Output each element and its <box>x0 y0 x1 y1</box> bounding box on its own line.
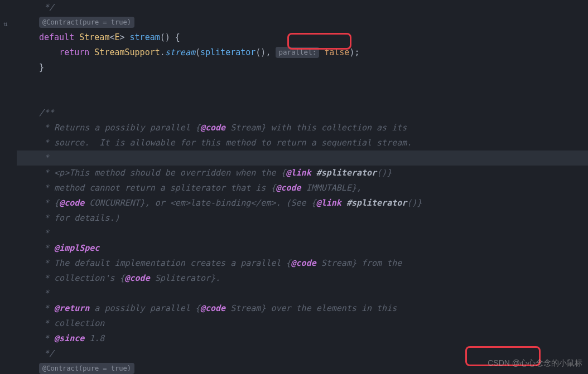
javadoc-line[interactable]: * @return a possibly parallel {@code Str… <box>17 301 588 316</box>
code-line[interactable]: @Contract(pure = true) <box>17 15 588 30</box>
code-line[interactable]: return StreamSupport.stream(spliterator(… <box>17 45 588 60</box>
code-line[interactable]: */ <box>17 0 588 15</box>
parameter-hint-badge: parallel: <box>276 47 319 58</box>
javadoc-line[interactable]: * {@code CONCURRENT}, or <em>late-bindin… <box>17 196 588 211</box>
editor-gutter: ⇅ <box>0 0 17 374</box>
code-line[interactable] <box>17 90 588 105</box>
code-line[interactable] <box>17 75 588 90</box>
contract-annotation-badge: @Contract(pure = true) <box>39 17 134 28</box>
javadoc-line[interactable]: * @since 1.8 <box>17 331 588 346</box>
javadoc-line[interactable]: * source. It is allowable for this metho… <box>17 135 588 150</box>
javadoc-line[interactable]: /** <box>17 105 588 120</box>
javadoc-line[interactable]: * The default implementation creates a p… <box>17 256 588 271</box>
javadoc-line[interactable]: * <box>17 226 588 241</box>
javadoc-line[interactable]: * collection's {@code Spliterator}. <box>17 271 588 286</box>
javadoc-line[interactable]: * <box>17 286 588 301</box>
javadoc-line[interactable]: * for details.) <box>17 211 588 226</box>
javadoc-line[interactable]: * <p>This method should be overridden wh… <box>17 166 588 181</box>
override-icon[interactable]: ⇅ <box>3 17 7 32</box>
javadoc-line[interactable]: * <box>17 150 588 166</box>
javadoc-line[interactable]: * method cannot return a spliterator tha… <box>17 181 588 196</box>
code-line[interactable]: default Stream<E> stream() { <box>17 30 588 45</box>
javadoc-line[interactable]: * Returns a possibly parallel {@code Str… <box>17 120 588 135</box>
watermark: CSDN @心心念念的小鼠标 <box>488 356 582 371</box>
contract-annotation-badge: @Contract(pure = true) <box>39 363 134 374</box>
code-line[interactable]: } <box>17 60 588 75</box>
javadoc-line[interactable]: * collection <box>17 316 588 331</box>
javadoc-line[interactable]: * @implSpec <box>17 241 588 256</box>
code-editor[interactable]: ⇅ */ @Contract(pure = true) default Stre… <box>0 0 588 374</box>
